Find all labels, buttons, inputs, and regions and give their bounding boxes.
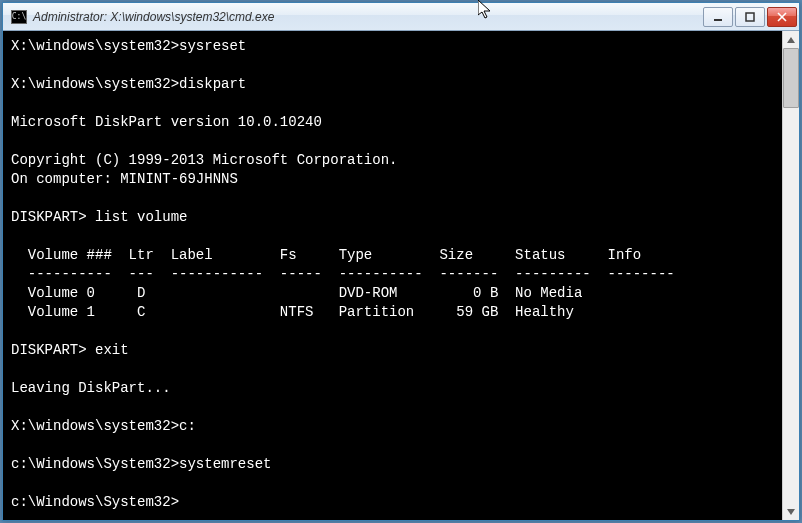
scroll-track[interactable] — [783, 48, 799, 503]
terminal-line: Volume ### Ltr Label Fs Type Size Status… — [11, 246, 774, 265]
terminal-area: X:\windows\system32>sysresetX:\windows\s… — [3, 31, 799, 520]
terminal-line: Leaving DiskPart... — [11, 379, 774, 398]
svg-marker-4 — [787, 37, 795, 43]
terminal-line — [11, 56, 774, 75]
terminal-line — [11, 436, 774, 455]
chevron-down-icon — [787, 509, 795, 515]
vertical-scrollbar[interactable] — [782, 31, 799, 520]
cmd-app-icon: C:\ — [11, 10, 27, 24]
scroll-down-button[interactable] — [783, 503, 799, 520]
terminal-line: DISKPART> list volume — [11, 208, 774, 227]
minimize-icon — [713, 12, 723, 22]
cmd-window: C:\ Administrator: X:\windows\system32\c… — [2, 2, 800, 521]
titlebar[interactable]: C:\ Administrator: X:\windows\system32\c… — [3, 3, 799, 31]
close-icon — [777, 12, 787, 22]
maximize-icon — [745, 12, 755, 22]
terminal-line: ---------- --- ----------- ----- -------… — [11, 265, 774, 284]
terminal-line: On computer: MININT-69JHNNS — [11, 170, 774, 189]
scroll-up-button[interactable] — [783, 31, 799, 48]
terminal-line: Copyright (C) 1999-2013 Microsoft Corpor… — [11, 151, 774, 170]
svg-rect-1 — [746, 13, 754, 21]
chevron-up-icon — [787, 37, 795, 43]
window-title: Administrator: X:\windows\system32\cmd.e… — [33, 10, 701, 24]
terminal-line: Microsoft DiskPart version 10.0.10240 — [11, 113, 774, 132]
terminal-line: DISKPART> exit — [11, 341, 774, 360]
window-controls — [701, 7, 797, 27]
terminal-line: Volume 1 C NTFS Partition 59 GB Healthy — [11, 303, 774, 322]
terminal-line — [11, 189, 774, 208]
maximize-button[interactable] — [735, 7, 765, 27]
terminal-line: X:\windows\system32>diskpart — [11, 75, 774, 94]
terminal-line — [11, 360, 774, 379]
svg-marker-5 — [787, 509, 795, 515]
terminal-line — [11, 94, 774, 113]
terminal-line: Volume 0 D DVD-ROM 0 B No Media — [11, 284, 774, 303]
svg-rect-0 — [714, 19, 722, 21]
terminal-line — [11, 322, 774, 341]
terminal-line: X:\windows\system32>c: — [11, 417, 774, 436]
minimize-button[interactable] — [703, 7, 733, 27]
terminal-output[interactable]: X:\windows\system32>sysresetX:\windows\s… — [3, 31, 782, 520]
terminal-line: X:\windows\system32>sysreset — [11, 37, 774, 56]
terminal-line: c:\Windows\System32> — [11, 493, 774, 512]
terminal-line — [11, 132, 774, 151]
terminal-line — [11, 474, 774, 493]
close-button[interactable] — [767, 7, 797, 27]
terminal-line — [11, 227, 774, 246]
scroll-thumb[interactable] — [783, 48, 799, 108]
terminal-line: c:\Windows\System32>systemreset — [11, 455, 774, 474]
terminal-line — [11, 398, 774, 417]
